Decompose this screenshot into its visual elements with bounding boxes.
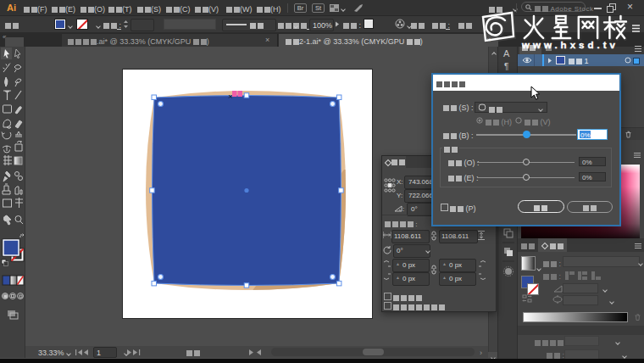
svg-text:www.hxsd.tv: www.hxsd.tv <box>521 40 619 50</box>
